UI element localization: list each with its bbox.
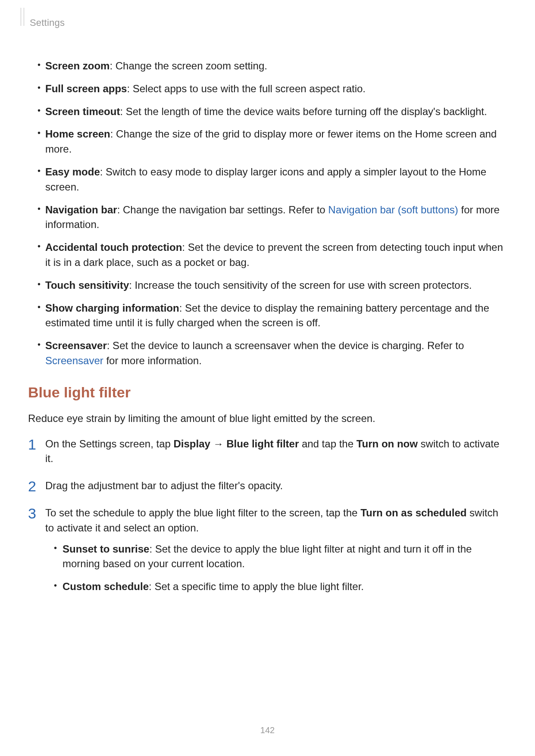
steps-list: On the Settings screen, tap Display → Bl… (28, 437, 507, 594)
step-bold: Turn on as scheduled (360, 507, 466, 519)
item-bold: Custom schedule (63, 581, 149, 592)
item-text: for more information. (103, 355, 202, 366)
screensaver-link[interactable]: Screensaver (45, 355, 103, 366)
item-bold: Accidental touch protection (45, 241, 182, 253)
item-bold: Show charging information (45, 302, 179, 314)
item-text: : Change the screen zoom setting. (110, 60, 267, 72)
item-bold: Sunset to sunrise (63, 543, 149, 555)
page-number: 142 (0, 725, 535, 735)
step-text: and tap the (299, 438, 356, 450)
item-bold: Easy mode (45, 166, 100, 178)
list-item: Home screen: Change the size of the grid… (28, 127, 507, 157)
step-item: On the Settings screen, tap Display → Bl… (28, 437, 507, 467)
item-bold: Navigation bar (45, 204, 117, 216)
list-item: Show charging information: Set the devic… (28, 301, 507, 331)
section-heading-blue-light: Blue light filter (28, 384, 507, 401)
item-text: : Change the size of the grid to display… (45, 128, 497, 155)
step-item: Drag the adjustment bar to adjust the fi… (28, 478, 507, 494)
item-text: : Set the device to launch a screensaver… (107, 340, 464, 351)
item-bold: Touch sensitivity (45, 279, 129, 291)
header-rule (21, 8, 24, 26)
step-bold: Turn on now (357, 438, 418, 450)
navigation-bar-link[interactable]: Navigation bar (soft buttons) (328, 204, 458, 216)
list-item: Screensaver: Set the device to launch a … (28, 338, 507, 369)
item-text: : Change the navigation bar settings. Re… (117, 204, 329, 216)
step-text: Drag the adjustment bar to adjust the fi… (45, 480, 283, 491)
display-settings-list: Screen zoom: Change the screen zoom sett… (28, 59, 507, 369)
step-text: On the Settings screen, tap (45, 438, 174, 450)
header-label: Settings (30, 17, 65, 28)
item-text: : Set the length of time the device wait… (120, 106, 487, 117)
item-bold: Screensaver (45, 340, 107, 351)
item-text: : Set a specific time to apply the blue … (149, 581, 364, 592)
list-item: Touch sensitivity: Increase the touch se… (28, 278, 507, 293)
item-bold: Screen timeout (45, 106, 120, 117)
step3-options: Sunset to sunrise: Set the device to app… (45, 542, 507, 594)
list-item: Custom schedule: Set a specific time to … (45, 579, 507, 594)
list-item: Accidental touch protection: Set the dev… (28, 240, 507, 270)
list-item: Screen timeout: Set the length of time t… (28, 104, 507, 119)
step-bold: Blue light filter (226, 438, 299, 450)
item-bold: Home screen (45, 128, 110, 140)
list-item: Screen zoom: Change the screen zoom sett… (28, 59, 507, 74)
list-item: Easy mode: Switch to easy mode to displa… (28, 165, 507, 195)
item-text: : Increase the touch sensitivity of the … (129, 279, 472, 291)
step-text: To set the schedule to apply the blue li… (45, 507, 360, 519)
list-item: Sunset to sunrise: Set the device to app… (45, 542, 507, 572)
list-item: Navigation bar: Change the navigation ba… (28, 203, 507, 233)
arrow-icon: → (210, 438, 226, 450)
item-text: : Switch to easy mode to display larger … (45, 166, 486, 193)
section-intro: Reduce eye strain by limiting the amount… (28, 411, 507, 426)
item-bold: Full screen apps (45, 83, 127, 94)
step-bold: Display (174, 438, 210, 450)
item-text: : Select apps to use with the full scree… (127, 83, 366, 94)
step-item: To set the schedule to apply the blue li… (28, 506, 507, 594)
list-item: Full screen apps: Select apps to use wit… (28, 81, 507, 97)
item-bold: Screen zoom (45, 60, 110, 72)
